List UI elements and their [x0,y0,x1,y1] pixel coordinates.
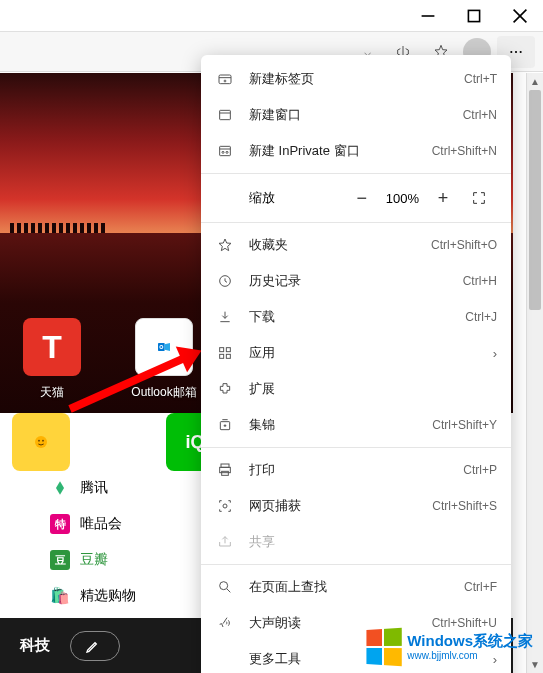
svg-point-12 [42,440,44,442]
svg-point-6 [520,50,522,52]
link-label: 精选购物 [80,587,136,605]
menu-apps[interactable]: 应用 › [201,335,511,371]
menu-separator [201,447,511,448]
inprivate-icon [215,141,235,161]
douban-icon: 豆 [50,550,70,570]
star-icon [215,235,235,255]
zoom-value: 100% [380,191,425,206]
menu-separator [201,564,511,565]
watermark: Windows系统之家 www.bjjmlv.com [365,629,533,665]
link-douban[interactable]: 豆 豆瓣 [50,550,136,570]
maximize-button[interactable] [451,0,497,32]
vertical-scrollbar[interactable]: ▲ ▼ [526,73,543,673]
menu-find[interactable]: 在页面上查找 Ctrl+F [201,569,511,605]
scrollbar-thumb[interactable] [529,90,541,310]
zoom-in-button[interactable]: + [425,180,461,216]
svg-point-11 [38,440,40,442]
menu-downloads[interactable]: 下载 Ctrl+J [201,299,511,335]
svg-point-36 [220,582,228,590]
close-button[interactable] [497,0,543,32]
menu-history[interactable]: 历史记录 Ctrl+H [201,263,511,299]
tile-label: Outlook邮箱 [124,384,204,401]
window-titlebar [0,0,543,32]
watermark-title: Windows系统之家 [407,633,533,650]
menu-new-tab[interactable]: 新建标签页 Ctrl+T [201,61,511,97]
download-icon [215,307,235,327]
menu-separator [201,173,511,174]
print-icon [215,460,235,480]
link-label: 豆瓣 [80,551,108,569]
edit-button[interactable] [70,631,120,661]
extensions-icon [215,379,235,399]
share-icon [215,532,235,552]
svg-point-22 [226,151,228,153]
link-label: 腾讯 [80,479,108,497]
collections-icon [215,415,235,435]
tile-tmall[interactable]: T 天猫 [12,318,92,401]
tile-yellow[interactable] [12,413,70,471]
menu-extensions[interactable]: 扩展 [201,371,511,407]
menu-share: 共享 [201,524,511,560]
minimize-button[interactable] [405,0,451,32]
menu-separator [201,222,511,223]
svg-rect-1 [468,10,479,21]
svg-point-35 [223,504,227,508]
menu-new-window[interactable]: 新建窗口 Ctrl+N [201,97,511,133]
svg-point-10 [35,436,47,448]
svg-rect-26 [220,354,224,358]
history-icon [215,271,235,291]
link-shopping[interactable]: 🛍️ 精选购物 [50,586,136,605]
link-label: 唯品会 [80,515,122,533]
chevron-right-icon: › [493,346,497,361]
svg-point-4 [510,50,512,52]
new-window-icon [215,105,235,125]
svg-line-37 [227,589,230,592]
svg-point-9 [160,346,162,348]
svg-rect-34 [222,471,229,475]
svg-rect-24 [220,348,224,352]
fullscreen-button[interactable] [461,180,497,216]
menu-collections[interactable]: 集锦 Ctrl+Shift+Y [201,407,511,443]
windows-logo-icon [367,628,402,666]
find-icon [215,577,235,597]
tmall-icon: T [23,318,81,376]
scroll-up-arrow[interactable]: ▲ [527,73,543,90]
menu-zoom: 缩放 − 100% + [201,178,511,218]
svg-point-5 [515,50,517,52]
svg-rect-13 [219,75,231,84]
menu-favorites[interactable]: 收藏夹 Ctrl+Shift+O [201,227,511,263]
tile-label: 天猫 [12,384,92,401]
svg-rect-17 [220,110,231,119]
svg-point-21 [222,151,224,153]
menu-new-inprivate[interactable]: 新建 InPrivate 窗口 Ctrl+Shift+N [201,133,511,169]
new-tab-icon [215,69,235,89]
menu-web-capture[interactable]: 网页捕获 Ctrl+Shift+S [201,488,511,524]
svg-rect-25 [226,348,230,352]
svg-rect-19 [220,146,231,155]
apps-icon [215,343,235,363]
quick-links: 腾讯 特 唯品会 豆 豆瓣 🛍️ 精选购物 [50,478,136,605]
read-aloud-icon [215,613,235,633]
tab-tech[interactable]: 科技 [20,636,50,655]
link-vip[interactable]: 特 唯品会 [50,514,136,534]
zoom-out-button[interactable]: − [344,180,380,216]
browser-menu: 新建标签页 Ctrl+T 新建窗口 Ctrl+N 新建 InPrivate 窗口… [201,55,511,673]
menu-print[interactable]: 打印 Ctrl+P [201,452,511,488]
svg-rect-27 [226,354,230,358]
link-tencent[interactable]: 腾讯 [50,478,136,498]
shopping-icon: 🛍️ [50,586,70,605]
capture-icon [215,496,235,516]
tencent-icon [50,478,70,498]
watermark-url: www.bjjmlv.com [407,650,533,661]
vip-icon: 特 [50,514,70,534]
